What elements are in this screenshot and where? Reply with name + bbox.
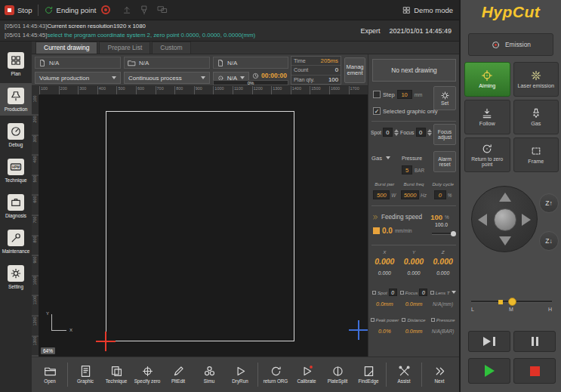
jog-right-arrow[interactable] (522, 214, 531, 226)
specify-zero-button[interactable]: Specify zero (132, 359, 162, 391)
plate-split-button[interactable]: PlateSplit (322, 359, 353, 391)
alarm-reset-button[interactable]: Alarm reset (433, 151, 456, 172)
technique-button[interactable]: Technique (101, 359, 131, 391)
count-label: Count (294, 66, 308, 73)
frame-button[interactable]: Frame (513, 137, 559, 172)
jog-up-arrow[interactable] (499, 193, 511, 202)
nest-file-cell[interactable]: N/A (213, 57, 288, 69)
spot2-field[interactable]: 0 (389, 289, 397, 296)
chevron-down-icon (201, 76, 205, 79)
slider-label-mid: M (509, 307, 513, 312)
management-button[interactable]: Manag ement (344, 57, 365, 83)
sensor-values: 0.0% 0.0mm N/A(BAR) (370, 328, 458, 335)
task-file-cell[interactable]: N/A (124, 57, 210, 69)
duty-cycle-field[interactable]: 0 (434, 190, 446, 199)
coord-y-label: Y (412, 249, 415, 255)
current-file-cell[interactable]: N/A (35, 57, 121, 69)
assist-button[interactable]: Assist (389, 359, 419, 391)
production-mode-dropdown[interactable]: Volume production (35, 72, 121, 84)
return-zero-button[interactable]: Return to zero point (464, 137, 510, 172)
focus2-field[interactable]: 0 (419, 289, 427, 296)
sidebar-item-label: Plan (11, 71, 21, 76)
find-edge-button[interactable]: FindEdge (353, 359, 384, 391)
record-icon[interactable] (101, 5, 110, 14)
jog-center-knob[interactable] (494, 208, 516, 231)
stop-machine-button[interactable] (513, 358, 556, 384)
focus-adjust-button[interactable]: Focus adjust (433, 124, 456, 145)
coord-y-value: 0.000 (404, 257, 424, 266)
slider-thumb[interactable] (508, 298, 516, 306)
feeding-speed-slider[interactable] (432, 233, 455, 235)
chevron-down-icon[interactable] (452, 291, 456, 294)
step-unit: mm (415, 92, 423, 97)
feeding-value: 0.0 (382, 227, 393, 235)
sidebar-item-maintenance[interactable]: Maintenance (0, 225, 32, 258)
jog-wheel[interactable] (471, 186, 538, 252)
toolbar-button-label: PlateSplit (323, 379, 352, 384)
step-checkbox[interactable] (373, 91, 381, 98)
toolbar-separator (421, 363, 422, 387)
simu-button[interactable]: Simu (194, 359, 224, 391)
diagnosis-icon (8, 194, 24, 211)
sidebar-item-debug[interactable]: Debug (0, 119, 32, 151)
slider-thumb[interactable] (451, 231, 456, 236)
return-org-button[interactable]: return ORG (260, 359, 291, 391)
step-label: Step (383, 91, 395, 98)
calibrate-icon (301, 365, 313, 378)
sidebar-item-technique[interactable]: HPM Technique (0, 154, 32, 187)
spot-spinner[interactable] (394, 129, 399, 136)
lens-icon (430, 291, 434, 295)
no-next-drawing-box: No next drawing (372, 59, 456, 82)
calibrate-button[interactable]: Calibrate (291, 359, 322, 391)
graphic-button[interactable]: Graphic (70, 359, 100, 391)
return-zero-label: Return to zero point (467, 156, 508, 168)
toolbar-separator (257, 363, 258, 387)
drawing-canvas[interactable]: Y X 64% (39, 95, 368, 357)
resume-button[interactable] (468, 331, 510, 352)
step-value-field[interactable]: 10 (397, 90, 412, 99)
focus-spinner[interactable] (427, 129, 432, 136)
laser-burst-icon (530, 69, 542, 82)
gas-button[interactable]: Gas (513, 100, 559, 134)
pause-button[interactable] (513, 331, 556, 352)
tab-prepare-list[interactable]: Prepare List (99, 42, 150, 54)
dry-run-button[interactable]: DryRun (225, 359, 255, 391)
next-button[interactable]: Next (424, 359, 455, 391)
sidebar-item-setting[interactable]: Setting (0, 261, 32, 293)
burst-pwr-field[interactable]: 500 (373, 190, 390, 199)
pressure-unit: BAR (415, 168, 424, 173)
chevron-down-icon[interactable] (386, 156, 390, 159)
jog-down-arrow[interactable] (499, 236, 511, 245)
plt-edit-button[interactable]: PltEdit (163, 359, 193, 391)
spot-value-field[interactable]: 0 (383, 128, 393, 137)
feeding-speed-label: Feeding speed (381, 214, 422, 221)
follow-button[interactable]: Follow (464, 100, 510, 134)
ending-point-button[interactable]: Ending point (44, 5, 97, 15)
focus-value-field[interactable]: 0 (416, 128, 426, 137)
sidebar-item-production[interactable]: Production (0, 83, 32, 116)
start-button[interactable] (468, 358, 510, 384)
stop-square-icon (530, 366, 540, 376)
laser-emission-button[interactable]: Laser emission (513, 62, 559, 97)
emission-button[interactable]: Emission (468, 33, 553, 56)
z-down-button[interactable]: Z↓ (539, 231, 559, 251)
selected-graphic-checkbox[interactable] (373, 107, 381, 115)
z-up-button[interactable]: Z↑ (539, 193, 559, 213)
hypcut-logo: HypCut (461, 3, 561, 21)
progress-value: 0% (248, 81, 254, 85)
pressure-row: 5 BAR (402, 165, 424, 175)
aiming-button[interactable]: Aiming (464, 62, 510, 97)
sidebar-item-plan[interactable]: Plan (0, 48, 32, 80)
focus2-reading: 0.0mm (405, 301, 423, 307)
jog-left-arrow[interactable] (478, 214, 487, 226)
process-mode-dropdown[interactable]: Continuous process (124, 72, 210, 84)
open-button[interactable]: Open (35, 359, 65, 391)
status-log: [05/01 14:45:43]Current screen resolutio… (0, 20, 459, 42)
slider-track[interactable] (471, 301, 552, 303)
tab-custom[interactable]: Custom (152, 42, 190, 54)
sidebar-item-diagnosis[interactable]: Diagnosis (0, 190, 32, 222)
tab-current-drawing[interactable]: Current drawing (35, 42, 97, 54)
stop-button[interactable]: Stop (5, 5, 32, 15)
pressure-value-field[interactable]: 5 (402, 165, 412, 174)
bur st-freq-field[interactable]: 5000 (401, 190, 419, 199)
